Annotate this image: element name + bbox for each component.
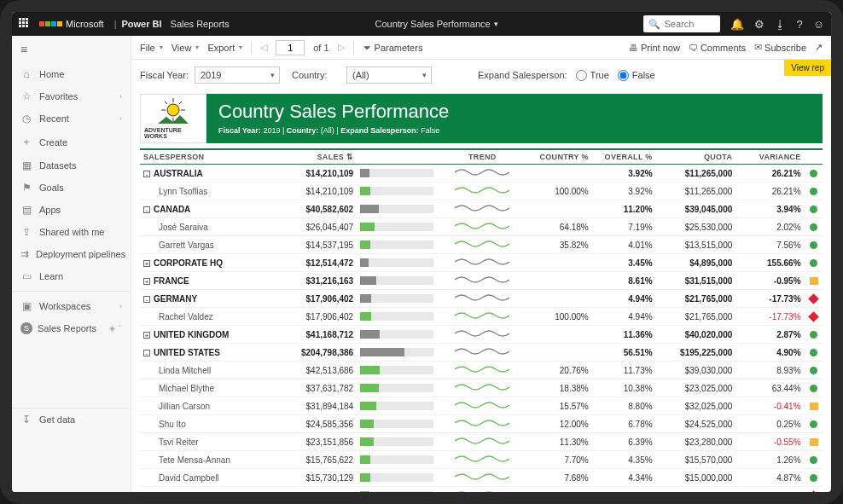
search-icon: 🔍 (648, 19, 660, 30)
notifications-icon[interactable]: 🔔 (730, 18, 744, 31)
kpi-indicator (810, 188, 817, 195)
print-icon: 🖶 (629, 43, 638, 53)
expand-true-radio[interactable]: True (576, 70, 609, 81)
nav-icon: ▭ (20, 270, 32, 282)
prev-page-icon[interactable]: ◁ (260, 42, 267, 53)
trend-sparkline (437, 165, 528, 182)
trend-sparkline (437, 379, 528, 397)
subscribe-button[interactable]: ✉ Subscribe (754, 42, 806, 53)
kpi-indicator (810, 223, 817, 231)
col-variance[interactable]: VARIANCE (735, 149, 804, 165)
nav-item-shared-with-me[interactable]: ⇪Shared with me (12, 221, 131, 243)
trend-sparkline (437, 433, 528, 451)
trend-sparkline (437, 487, 528, 493)
col-salesperson[interactable]: SALESPERSON (140, 149, 277, 165)
col-sales[interactable]: SALES ⇅ (277, 149, 358, 165)
nav-workspaces[interactable]: ▣ Workspaces › (12, 295, 131, 317)
group-row: -UNITED STATES$204,798,38656.51%$195,225… (140, 344, 823, 362)
search-box[interactable]: 🔍 (643, 15, 720, 32)
parameters-button[interactable]: ⏷ Parameters (363, 43, 423, 53)
sales-bar (360, 330, 433, 339)
nav-item-deployment-pipelines[interactable]: ⇉Deployment pipelines (12, 243, 131, 265)
next-page-icon[interactable]: ▷ (338, 42, 345, 53)
col-trend[interactable]: TREND (437, 149, 528, 165)
salesperson-row: David Campbell$15,730,1297.68%4.34%$15,0… (140, 469, 823, 487)
nav-item-home[interactable]: ⌂Home (12, 63, 131, 85)
salesperson-row: Garrett Vargas$14,537,19535.82%4.01%$13,… (140, 236, 823, 254)
kpi-indicator (808, 293, 819, 304)
breadcrumb[interactable]: Sales Reports (171, 19, 230, 29)
nav-icon: ⚑ (20, 182, 32, 194)
trend-sparkline (437, 218, 528, 236)
group-row: -AUSTRALIA$14,210,1093.92%$11,265,00026.… (140, 165, 823, 182)
workspace-avatar: S (20, 322, 32, 334)
page-of-label: of 1 (313, 43, 328, 53)
chevron-down-icon[interactable]: ▾ (494, 20, 498, 28)
nav-item-apps[interactable]: ▤Apps (12, 199, 131, 221)
nav-icon: ⇪ (20, 226, 32, 238)
app-launcher-icon[interactable] (19, 18, 31, 30)
search-input[interactable] (664, 19, 715, 29)
col-overall-pct[interactable]: OVERALL % (592, 149, 656, 165)
trend-sparkline (437, 451, 528, 469)
trend-sparkline (437, 254, 528, 272)
chevron-right-icon: › (119, 114, 122, 123)
nav-item-learn[interactable]: ▭Learn (12, 265, 131, 287)
report-header: ADVENTURE WORKS Country Sales Performanc… (140, 94, 823, 143)
product-label: Power BI (121, 19, 161, 29)
nav-item-recent[interactable]: ◷Recent› (12, 107, 131, 130)
nav-item-goals[interactable]: ⚑Goals (12, 177, 131, 199)
group-row: -CANADA$40,582,60211.20%$39,045,0003.94% (140, 200, 823, 218)
expand-toggle[interactable]: - (143, 206, 150, 213)
left-nav: ≡ ⌂Home☆Favorites›◷Recent›＋Create▦Datase… (12, 36, 131, 492)
expand-toggle[interactable]: - (143, 171, 150, 177)
file-menu[interactable]: File (140, 43, 163, 53)
expand-toggle[interactable]: + (143, 278, 150, 285)
view-menu[interactable]: View (172, 43, 200, 53)
sales-bar (360, 348, 433, 356)
page-input[interactable] (276, 40, 305, 55)
help-icon[interactable]: ? (796, 18, 802, 31)
report-title-dropdown[interactable]: Country Sales Performance (375, 19, 491, 29)
trend-sparkline (437, 344, 528, 362)
kpi-indicator (810, 277, 818, 285)
salesperson-row: Tsvi Reiter$23,151,85611.30%6.39%$23,280… (140, 433, 823, 451)
get-data-icon: ↧ (20, 414, 32, 426)
nav-item-datasets[interactable]: ▦Datasets (12, 154, 131, 177)
col-country-pct[interactable]: COUNTRY % (528, 149, 592, 165)
kpi-indicator (810, 420, 817, 428)
kpi-indicator (810, 474, 817, 482)
nav-item-favorites[interactable]: ☆Favorites› (12, 85, 131, 107)
download-icon[interactable]: ⭳ (775, 18, 786, 31)
comments-button[interactable]: 🗨 Comments (689, 43, 746, 53)
report-toolbar: File View Export ◁ of 1 ▷ ⏷ Parameters 🖶… (131, 36, 831, 60)
view-report-ribbon[interactable]: View rep (784, 60, 831, 76)
workspace-badge-icon: ◈ ˅ (109, 324, 122, 333)
nav-sales-reports[interactable]: S Sales Reports ◈ ˅ (12, 317, 131, 339)
microsoft-logo (39, 21, 62, 26)
settings-icon[interactable]: ⚙ (754, 18, 765, 31)
nav-get-data[interactable]: ↧ Get data (12, 408, 131, 431)
kpi-indicator (810, 385, 817, 392)
salesperson-row: Tete Mensa-Annan$15,765,6227.70%4.35%$15… (140, 451, 823, 469)
fiscal-year-select[interactable]: 2019 (195, 67, 280, 84)
expand-toggle[interactable]: + (143, 332, 150, 339)
group-row: -GERMANY$17,906,4024.94%$21,765,000-17.7… (140, 290, 823, 308)
salesperson-row: Jillian Carson$31,894,18415.57%8.80%$32,… (140, 397, 823, 415)
export-menu[interactable]: Export (207, 43, 242, 53)
salesperson-row: Shu Ito$24,585,35612.00%6.78%$24,525,000… (140, 415, 823, 433)
nav-icon: ▤ (20, 204, 32, 216)
hamburger-icon[interactable]: ≡ (12, 36, 131, 63)
nav-icon: ▦ (20, 159, 32, 171)
feedback-icon[interactable]: ☺ (813, 18, 824, 31)
nav-item-create[interactable]: ＋Create (12, 130, 131, 154)
expand-toggle[interactable]: + (143, 260, 150, 267)
sales-bar (360, 240, 433, 249)
col-quota[interactable]: QUOTA (656, 149, 736, 165)
expand-toggle[interactable]: - (143, 296, 150, 303)
print-now-button[interactable]: 🖶 Print now (629, 43, 680, 53)
expand-toggle[interactable]: - (143, 350, 150, 356)
expand-false-radio[interactable]: False (618, 70, 655, 81)
country-select[interactable]: (All) (346, 67, 432, 84)
share-icon[interactable]: ↗ (815, 42, 823, 53)
